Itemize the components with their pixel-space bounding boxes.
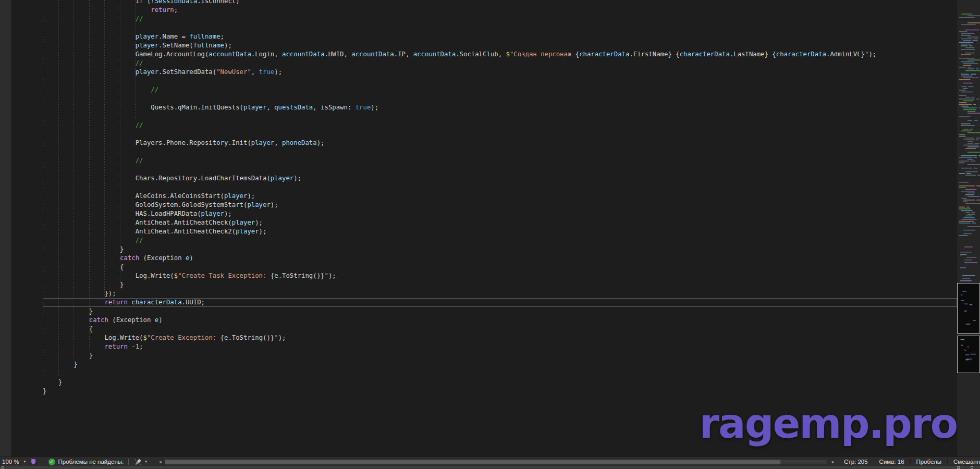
code-line[interactable]: if (!SessionData.IsConnect) — [43, 0, 957, 6]
horizontal-scrollbar[interactable] — [165, 460, 827, 464]
code-line[interactable]: { — [43, 263, 957, 271]
problems-status-label: Проблемы не найдены. — [58, 459, 124, 465]
code-line[interactable]: AleCoins.AleCoinsStart(player); — [43, 192, 957, 201]
code-line[interactable]: { — [43, 325, 957, 334]
check-circle-icon: ✓ — [48, 459, 55, 465]
code-line[interactable] — [43, 112, 957, 121]
extension-icon-glyph — [30, 458, 37, 465]
status-right-group: Стр: 205 Симв: 16 Пробелы Смешанн — [838, 457, 980, 466]
code-line[interactable] — [43, 77, 957, 85]
code-line[interactable]: } — [43, 307, 957, 316]
scroll-left-icon[interactable]: ◄ — [155, 460, 165, 464]
code-line[interactable]: player.Name = fullname; — [43, 32, 957, 41]
code-line[interactable]: player.SetName(fullname); — [43, 41, 957, 50]
status-bar: 100 % ▼ ✓ Проблемы не найдены. ▼ ◄ — [0, 456, 980, 466]
broom-icon-glyph — [134, 458, 142, 466]
code-line[interactable]: return; — [43, 6, 957, 15]
code-line[interactable]: GolodSystem.GolodSystemStart(player); — [43, 201, 957, 209]
zoom-level-value: 100 % — [2, 459, 19, 465]
taskbar-fragment-icon — [971, 466, 973, 469]
code-line[interactable]: Chars.Repository.LoadCharItemsData(playe… — [43, 174, 957, 183]
column-indicator[interactable]: Симв: 16 — [874, 459, 910, 465]
code-line[interactable] — [43, 369, 957, 378]
code-area[interactable]: if (!SessionData.IsConnect) return; // p… — [11, 0, 957, 456]
extension-icon[interactable] — [29, 458, 38, 466]
code-line[interactable]: // — [43, 156, 957, 165]
horizontal-scrollbar-thumb[interactable] — [165, 460, 780, 464]
code-line[interactable] — [43, 183, 957, 192]
zoom-dropdown-caret-icon[interactable]: ▼ — [23, 460, 27, 463]
code-line[interactable]: // — [43, 236, 957, 245]
code-line[interactable]: Log.Write($"Create Exception: {e.ToStrin… — [43, 334, 957, 342]
code-line[interactable]: } — [43, 351, 957, 360]
code-line[interactable]: Players.Phone.Repository.Init(player, ph… — [43, 139, 957, 147]
problems-status[interactable]: Проблемы не найдены. — [58, 457, 124, 466]
minimap[interactable] — [957, 0, 980, 469]
column-indicator-label: Симв: 16 — [879, 459, 904, 465]
code-line[interactable]: } — [43, 378, 957, 387]
scroll-right-icon[interactable]: ► — [828, 460, 838, 464]
taskbar-fragment-icon — [2, 466, 4, 469]
line-endings-indicator[interactable]: Смешанн — [947, 459, 980, 465]
code-cleanup-broom-icon[interactable] — [133, 458, 143, 466]
code-line[interactable] — [43, 130, 957, 139]
code-line[interactable]: } — [43, 387, 957, 396]
code-line[interactable]: } — [43, 245, 957, 254]
code-line[interactable]: // — [43, 15, 957, 23]
line-indicator-label: Стр: 205 — [844, 459, 868, 465]
code-line[interactable]: } — [43, 360, 957, 369]
code-line[interactable]: return -1; — [43, 342, 957, 351]
vs-editor-window: if (!SessionData.IsConnect) return; // p… — [0, 0, 980, 469]
code-line[interactable]: Log.Write($"Create Task Exception: {e.To… — [43, 271, 957, 280]
watermark: ragemp.pro — [700, 403, 957, 444]
code-line[interactable] — [43, 23, 957, 32]
code-line[interactable]: player.SetSharedData("NewUser", true); — [43, 68, 957, 77]
code-line[interactable]: catch (Exception e) — [43, 254, 957, 263]
cleanup-dropdown-caret-icon[interactable]: ▼ — [144, 460, 148, 463]
code-line[interactable]: AntiCheat.AntiCheatCheck2(player); — [43, 227, 957, 236]
code-line[interactable] — [43, 147, 957, 156]
code-line[interactable] — [43, 94, 957, 103]
taskbar-fragment-icon — [957, 466, 960, 469]
minimap-viewport-box[interactable] — [957, 283, 980, 334]
code-line[interactable]: } — [43, 280, 957, 289]
code-line[interactable]: // — [43, 121, 957, 130]
code-line[interactable]: Quests.qMain.InitQuests(player, questsDa… — [43, 103, 957, 112]
code-line[interactable]: GameLog.AccountLog(accountData.Login, ac… — [43, 50, 957, 59]
zoom-level-control[interactable]: 100 % ▼ — [0, 457, 29, 466]
code-line[interactable] — [43, 165, 957, 174]
window-edge — [0, 0, 12, 456]
code-lines: if (!SessionData.IsConnect) return; // p… — [11, 0, 957, 396]
code-line[interactable]: // — [43, 59, 957, 68]
minimap-viewport-box[interactable] — [957, 336, 980, 373]
code-line[interactable]: AntiCheat.AntiCheatCheck(player); — [43, 218, 957, 227]
code-line[interactable]: HAS.LoadHPARData(player); — [43, 209, 957, 218]
code-line[interactable]: catch (Exception e) — [43, 316, 957, 325]
line-endings-indicator-label: Смешанн — [953, 459, 980, 465]
spaces-indicator[interactable]: Пробелы — [910, 459, 948, 465]
code-line[interactable]: }); — [43, 289, 957, 298]
code-line[interactable]: return characterData.UUID; — [43, 298, 957, 307]
line-indicator[interactable]: Стр: 205 — [838, 459, 874, 465]
status-divider — [128, 459, 129, 465]
spaces-indicator-label: Пробелы — [916, 459, 942, 465]
code-line[interactable]: // — [43, 85, 957, 94]
taskbar-sliver — [0, 466, 980, 469]
